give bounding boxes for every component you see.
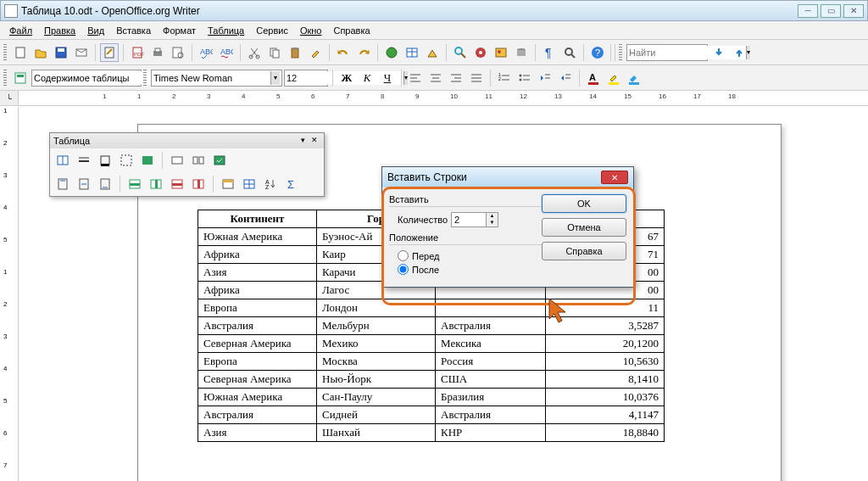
email-icon[interactable] [72, 43, 91, 62]
styles-icon[interactable] [11, 69, 30, 87]
table-cell[interactable]: Москва [317, 353, 436, 371]
gallery-icon[interactable] [492, 43, 510, 62]
table-row[interactable]: АвстралияМельбурнАвстралия3,5287 [198, 317, 665, 335]
table-cell[interactable]: 3,5287 [546, 317, 665, 335]
table-cell[interactable]: 18,8840 [546, 424, 665, 442]
table-cell[interactable]: Европа [198, 353, 317, 371]
table-cell[interactable]: 8,1410 [546, 371, 665, 389]
table-cell[interactable]: Австралия [436, 317, 546, 335]
menu-help[interactable]: Справка [327, 24, 376, 37]
table-cell[interactable]: США [436, 371, 546, 389]
sort-icon[interactable]: AZ [261, 175, 280, 193]
table-cell[interactable]: Северная Америка [198, 371, 317, 389]
split-cells-icon[interactable] [189, 151, 208, 170]
table-cell[interactable]: Африка [198, 246, 317, 264]
table-row[interactable]: Северная АмерикаМехикоМексика20,1200 [198, 335, 665, 353]
table-row[interactable]: Северная АмерикаНью-ЙоркСША8,1410 [198, 371, 665, 389]
table-new-icon[interactable] [53, 151, 72, 170]
line-style-icon[interactable] [75, 151, 93, 170]
insert-column-icon[interactable] [147, 175, 165, 193]
navigator-icon[interactable] [471, 43, 490, 62]
table-cell[interactable]: Бразилия [436, 389, 546, 406]
menu-view[interactable]: Вид [81, 24, 110, 37]
float-toolbar-menu-icon[interactable]: ▾ [297, 136, 309, 146]
table-cell[interactable]: Лондон [317, 299, 436, 317]
align-left-icon[interactable] [406, 69, 425, 87]
menu-window[interactable]: Окно [294, 24, 328, 37]
table-row[interactable]: АвстралияСиднейАвстралия4,1147 [198, 406, 665, 424]
radio-after-input[interactable] [398, 264, 409, 275]
save-icon[interactable] [52, 43, 70, 62]
menu-insert[interactable]: Вставка [110, 24, 157, 37]
paragraph-style-combo[interactable]: ▾ [31, 70, 142, 87]
highlight-icon[interactable] [604, 69, 623, 87]
cut-icon[interactable] [245, 43, 264, 62]
redo-icon[interactable] [354, 43, 373, 62]
find-replace-icon[interactable] [451, 43, 470, 62]
minimize-button[interactable]: ─ [798, 4, 818, 18]
nonprinting-icon[interactable]: ¶ [540, 43, 559, 62]
font-size-combo[interactable]: ▾ [284, 70, 328, 87]
table-cell[interactable]: Азия [198, 264, 317, 282]
merge-cells-icon[interactable] [168, 151, 186, 170]
show-draw-icon[interactable] [423, 43, 442, 62]
table-row[interactable]: Южная АмерикаСан-ПаулуБразилия10,0376 [198, 389, 665, 406]
find-combo[interactable]: ▾ [626, 44, 708, 61]
table-cell[interactable]: 4,1147 [546, 406, 665, 424]
menu-tools[interactable]: Сервис [250, 24, 294, 37]
paste-icon[interactable] [286, 43, 304, 62]
menu-edit[interactable]: Правка [38, 24, 81, 37]
font-input[interactable] [153, 71, 270, 85]
table-row[interactable]: АзияШанхайКНР18,8840 [198, 424, 665, 442]
print-preview-icon[interactable] [169, 43, 187, 62]
delete-row-icon[interactable] [168, 175, 186, 193]
toolbar-grip[interactable] [3, 44, 7, 61]
italic-icon[interactable]: К [358, 69, 376, 87]
font-name-combo[interactable]: ▾ [151, 70, 282, 87]
cancel-button[interactable]: Отмена [542, 218, 626, 237]
table-cell[interactable]: Африка [198, 282, 317, 299]
dialog-close-icon[interactable]: ✕ [601, 171, 628, 184]
toolbar-grip[interactable] [143, 70, 147, 87]
table-cell[interactable]: Северная Америка [198, 335, 317, 353]
table-cell[interactable]: КНР [436, 424, 546, 442]
bullets-icon[interactable] [515, 69, 534, 87]
menu-table[interactable]: Таблица [202, 24, 250, 37]
float-toolbar-titlebar[interactable]: Таблица ▾ ✕ [50, 133, 324, 148]
table-cell[interactable]: Мехико [317, 335, 436, 353]
find-next-icon[interactable] [709, 43, 728, 62]
table-row[interactable]: ЕвропаЛондон11 [198, 299, 665, 317]
close-button[interactable]: ✕ [843, 4, 864, 18]
table-cell[interactable]: Австралия [198, 406, 317, 424]
bg-color-icon[interactable] [625, 69, 643, 87]
table-cell[interactable]: Южная Америка [198, 389, 317, 406]
radio-before-input[interactable] [398, 250, 409, 261]
style-input[interactable] [34, 71, 151, 85]
align-center-icon[interactable] [426, 69, 445, 87]
open-icon[interactable] [31, 43, 50, 62]
table-cell[interactable]: Южная Америка [198, 228, 317, 246]
table-cell[interactable]: 10,5630 [546, 353, 665, 371]
table-cell[interactable]: Россия [436, 353, 546, 371]
table-cell[interactable]: Шанхай [317, 424, 436, 442]
table-cell[interactable]: Австралия [198, 317, 317, 335]
table-insert-icon[interactable] [403, 43, 421, 62]
table-cell[interactable]: 10,0376 [546, 389, 665, 406]
table-cell[interactable]: Мексика [436, 335, 546, 353]
spellcheck-icon[interactable]: ABC [197, 43, 215, 62]
spin-up-icon[interactable]: ▲ [487, 213, 498, 220]
insert-rows-dialog[interactable]: Вставить Строки ✕ Вставить Количество ▲▼… [381, 166, 634, 288]
radio-after[interactable]: После [398, 264, 542, 275]
table-properties-icon[interactable] [240, 175, 259, 193]
table-cell[interactable]: 20,1200 [546, 335, 665, 353]
table-cell[interactable]: Мельбурн [317, 317, 436, 335]
valign-bottom-icon[interactable] [96, 175, 114, 193]
radio-before[interactable]: Перед [398, 250, 542, 261]
format-paintbrush-icon[interactable] [306, 43, 325, 62]
bg-color-table-icon[interactable] [138, 151, 157, 170]
autoformat-icon[interactable] [219, 175, 237, 193]
help-icon[interactable]: ? [588, 43, 607, 62]
insert-row-icon[interactable] [125, 175, 144, 193]
ok-button[interactable]: OK [542, 194, 626, 213]
table-cell[interactable] [436, 299, 546, 317]
